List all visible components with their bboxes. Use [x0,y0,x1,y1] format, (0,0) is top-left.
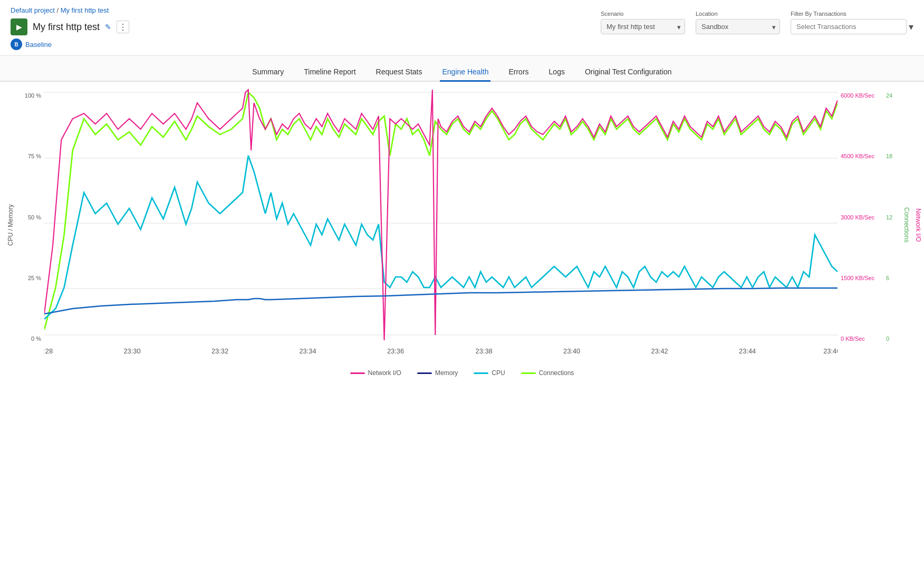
transactions-dropdown-icon[interactable]: ▾ [909,21,913,33]
svg-text:23:32: 23:32 [211,348,228,354]
project-link[interactable]: Default project [11,6,55,14]
y-network-6000: 6000 KB/Sec [841,92,882,99]
chart-svg: 23:28 23:30 23:32 23:34 23:36 23:38 23:4… [44,87,838,361]
y-network-3000: 3000 KB/Sec [841,214,882,221]
legend-cpu: CPU [474,369,505,377]
legend-cpu-label: CPU [492,369,505,377]
y-axis-right-network-title: Network I/O [912,87,924,363]
svg-text:23:34: 23:34 [299,348,316,354]
y-axis-right-network: 6000 KB/Sec 4500 KB/Sec 3000 KB/Sec 1500… [838,87,885,363]
y-network-4500: 4500 KB/Sec [841,153,882,159]
location-select[interactable]: Sandbox [696,19,780,34]
tab-timeline[interactable]: Timeline Report [302,63,358,82]
svg-text:23:38: 23:38 [476,348,493,354]
y-label-75: 75 % [21,153,41,159]
y-conn-18: 18 [886,153,901,159]
chart-legend: Network I/O Memory CPU Connections [0,363,924,383]
tab-errors[interactable]: Errors [506,63,531,82]
legend-network-io-line [350,372,365,374]
scenario-select[interactable]: My first http test [601,19,685,34]
tab-bar: Summary Timeline Report Request Stats En… [0,56,924,82]
scenario-group: Scenario My first http test [601,11,685,34]
y-label-50: 50 % [21,214,41,221]
legend-network-io: Network I/O [350,369,401,377]
location-group: Location Sandbox [696,11,780,34]
y-label-0: 0 % [21,336,41,342]
tab-request-stats[interactable]: Request Stats [374,63,425,82]
breadcrumb: Default project / My first http test [11,6,129,14]
filter-transactions-label: Filter By Transactions [791,11,913,17]
legend-memory-line [417,372,432,374]
svg-text:23:40: 23:40 [563,348,580,354]
svg-text:23:28: 23:28 [44,348,53,354]
location-label: Location [696,11,780,17]
y-conn-6: 6 [886,275,901,281]
y-conn-24: 24 [886,92,901,99]
edit-icon[interactable]: ✎ [105,23,111,31]
y-network-1500: 1500 KB/Sec [841,275,882,281]
legend-connections-line [521,372,536,374]
test-title: My first http test [33,22,100,33]
y-axis-right-connections: 24 18 12 6 0 [885,87,901,363]
chart-container: CPU / Memory 100 % 75 % 50 % 25 % 0 % [0,82,924,388]
transactions-input[interactable] [791,19,907,34]
tab-summary[interactable]: Summary [250,63,286,82]
legend-cpu-line [474,372,488,374]
y-conn-0: 0 [886,336,901,342]
svg-text:23:42: 23:42 [651,348,668,354]
svg-text:23:46: 23:46 [823,348,838,354]
y-label-100: 100 % [21,92,41,99]
y-axis-right-connections-title: Connections [901,87,912,363]
svg-text:23:30: 23:30 [123,348,140,354]
baseline-row[interactable]: B Baseline [11,39,129,55]
y-axis-left: 100 % 75 % 50 % 25 % 0 % [21,87,44,363]
baseline-icon: B [11,39,22,50]
baseline-label: Baseline [25,41,52,49]
y-conn-12: 12 [886,214,901,221]
y-label-25: 25 % [21,275,41,281]
tab-engine-health[interactable]: Engine Health [440,63,490,82]
more-options-icon[interactable]: ⋮ [117,21,129,33]
tab-logs[interactable]: Logs [547,63,567,82]
test-link[interactable]: My first http test [61,6,109,14]
legend-memory: Memory [417,369,458,377]
legend-memory-label: Memory [435,369,458,377]
play-button[interactable]: ▶ [11,18,27,35]
y-axis-left-title: CPU / Memory [0,87,21,363]
y-network-0: 0 KB/Sec [841,336,882,342]
filter-transactions-group: Filter By Transactions ▾ [791,11,913,34]
legend-connections: Connections [521,369,574,377]
legend-network-io-label: Network I/O [368,369,401,377]
svg-text:23:44: 23:44 [739,348,756,354]
scenario-label: Scenario [601,11,685,17]
tab-original-config[interactable]: Original Test Configuration [583,63,674,82]
svg-text:23:36: 23:36 [387,348,404,354]
legend-connections-label: Connections [539,369,574,377]
